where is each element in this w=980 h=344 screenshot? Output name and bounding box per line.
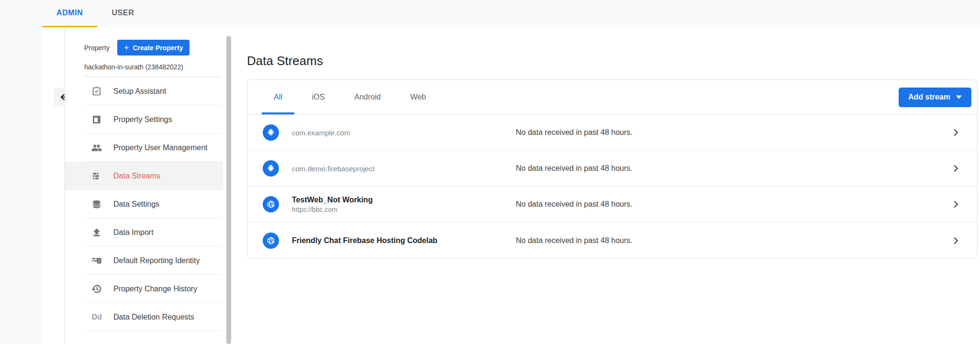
- stream-row[interactable]: Friendly Chat Firebase Hosting Codelab N…: [247, 222, 977, 258]
- tab-user[interactable]: USER: [97, 0, 148, 27]
- stream-row[interactable]: TestWeb_Not Working https://bbc.com No d…: [247, 187, 977, 222]
- tab-ios[interactable]: iOS: [300, 80, 337, 114]
- chevron-right-icon[interactable]: [950, 199, 977, 210]
- people-icon: [91, 142, 102, 154]
- sidebar-item-label: Property Change History: [113, 285, 197, 293]
- database-icon: [91, 199, 102, 210]
- card-header: All iOS Android Web Add stream: [247, 80, 977, 115]
- sidebar-item-label: Data Settings: [113, 200, 159, 209]
- sidebar-item-label: Data Streams: [113, 172, 160, 180]
- sidebar-item-property-change-history[interactable]: Property Change History: [65, 275, 223, 303]
- stream-name-col: com.demo.firebaseproject: [292, 165, 516, 173]
- page-title: Data Streams: [247, 54, 980, 68]
- data-streams-icon: [91, 170, 102, 182]
- sidebar-item-default-reporting-identity[interactable]: Default Reporting Identity: [65, 246, 223, 275]
- stream-type-tabs: All iOS Android Web: [262, 80, 444, 114]
- android-icon: [263, 160, 279, 177]
- sidebar-item-data-deletion-requests[interactable]: Dd Data Deletion Requests: [65, 303, 223, 331]
- sidebar-item-property-settings[interactable]: Property Settings: [65, 105, 223, 133]
- add-stream-label: Add stream: [908, 93, 950, 101]
- history-icon: [91, 283, 102, 295]
- web-globe-icon: [263, 196, 279, 212]
- chevron-right-icon[interactable]: [950, 163, 977, 174]
- tab-all[interactable]: All: [262, 80, 294, 114]
- left-rail: [0, 27, 42, 344]
- web-globe-icon: [263, 233, 279, 249]
- sidebar-item-label: Property User Management: [113, 144, 208, 152]
- data-streams-card: All iOS Android Web Add stream: [247, 79, 978, 258]
- create-property-button[interactable]: + Create Property: [117, 40, 190, 55]
- sidebar-item-data-import[interactable]: Data Import: [65, 218, 223, 246]
- chevron-right-icon[interactable]: [950, 127, 977, 138]
- property-header: Property + Create Property: [65, 27, 223, 55]
- tab-admin[interactable]: ADMIN: [42, 0, 97, 27]
- android-icon: [263, 124, 279, 141]
- stream-url: https://bbc.com: [292, 206, 516, 213]
- sidebar-item-data-streams[interactable]: Data Streams: [65, 162, 223, 190]
- sidebar-item-setup-assistant[interactable]: Setup Assistant: [65, 77, 223, 105]
- sidebar-item-data-settings[interactable]: Data Settings: [65, 190, 223, 218]
- ga-admin-page: ADMIN USER Property + Create Property ha…: [0, 0, 980, 344]
- stream-row[interactable]: com.demo.firebaseproject No data receive…: [247, 151, 977, 187]
- sidebar-item-label: Data Deletion Requests: [113, 313, 194, 322]
- stream-row[interactable]: com.example.com No data received in past…: [247, 115, 977, 151]
- upload-icon: [91, 227, 102, 238]
- sidebar-item-label: Default Reporting Identity: [113, 256, 200, 265]
- chevron-right-icon[interactable]: [950, 235, 977, 246]
- stream-status: No data received in past 48 hours.: [516, 128, 950, 137]
- property-section-label: Property: [84, 44, 110, 52]
- add-stream-button[interactable]: Add stream: [899, 88, 971, 107]
- main-content: Data Streams All iOS Android Web Add str…: [245, 27, 980, 344]
- stream-status: No data received in past 48 hours.: [516, 200, 950, 209]
- plus-icon: +: [124, 44, 129, 52]
- stream-name-col: TestWeb_Not Working https://bbc.com: [292, 196, 516, 213]
- stream-name: com.example.com: [292, 129, 516, 137]
- chevron-down-icon: [956, 95, 962, 99]
- sidebar-item-label: Setup Assistant: [113, 87, 166, 96]
- sidebar-scrollbar[interactable]: [226, 36, 231, 344]
- tab-web[interactable]: Web: [399, 80, 438, 114]
- tab-android[interactable]: Android: [342, 80, 392, 114]
- property-menu: Setup Assistant Property Settings Proper…: [65, 77, 223, 331]
- stream-name-col: Friendly Chat Firebase Hosting Codelab: [292, 236, 516, 245]
- property-sidebar: Property + Create Property hackathon-in-…: [65, 27, 223, 344]
- stream-status: No data received in past 48 hours.: [516, 164, 950, 173]
- sidebar-item-label: Data Import: [113, 228, 154, 237]
- stream-name: com.demo.firebaseproject: [292, 165, 516, 173]
- create-property-label: Create Property: [133, 44, 183, 52]
- sidebar-item-label: Property Settings: [113, 115, 172, 124]
- sidebar-item-property-user-management[interactable]: Property User Management: [65, 133, 223, 162]
- property-name[interactable]: hackathon-in-surath (238482022): [65, 55, 223, 77]
- stream-status: No data received in past 48 hours.: [516, 236, 950, 245]
- data-deletion-icon: Dd: [91, 311, 102, 323]
- stream-name-col: com.example.com: [292, 129, 516, 137]
- top-tab-bar: ADMIN USER: [0, 0, 980, 27]
- stream-name: Friendly Chat Firebase Hosting Codelab: [292, 236, 516, 245]
- property-settings-icon: [91, 114, 102, 125]
- reporting-identity-icon: [91, 255, 102, 266]
- stream-name: TestWeb_Not Working: [292, 196, 516, 204]
- setup-assistant-icon: [91, 86, 102, 97]
